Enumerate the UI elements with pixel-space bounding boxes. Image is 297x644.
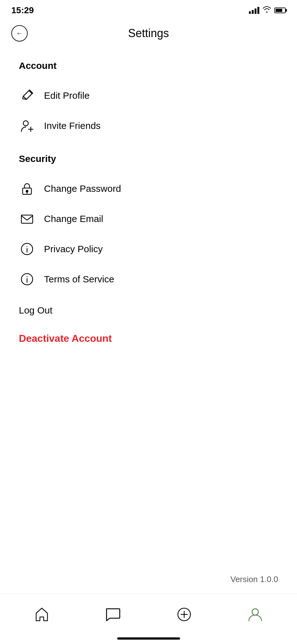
logout-item[interactable]: Log Out xyxy=(19,294,278,326)
account-section: Account Edit Profile Invite Friends xyxy=(19,60,278,141)
header: ← Settings xyxy=(0,19,297,48)
edit-profile-label: Edit Profile xyxy=(44,90,90,101)
page-title: Settings xyxy=(128,27,169,40)
user-plus-icon xyxy=(19,118,35,134)
terms-of-service-item[interactable]: Terms of Service xyxy=(19,264,278,294)
home-indicator xyxy=(117,637,180,640)
edit-profile-item[interactable]: Edit Profile xyxy=(19,80,278,111)
nav-add[interactable] xyxy=(172,602,197,627)
change-password-item[interactable]: Change Password xyxy=(19,174,278,204)
settings-content: Account Edit Profile Invite Friends xyxy=(0,48,297,360)
wifi-icon xyxy=(262,6,271,15)
battery-icon xyxy=(274,8,286,13)
bottom-nav xyxy=(0,594,297,644)
change-email-item[interactable]: Change Email xyxy=(19,204,278,234)
envelope-icon xyxy=(19,211,35,227)
svg-point-14 xyxy=(252,609,258,615)
nav-home[interactable] xyxy=(29,602,54,627)
status-bar: 15:29 xyxy=(0,0,297,19)
status-icons xyxy=(249,6,286,15)
svg-rect-4 xyxy=(21,215,33,223)
signal-icon xyxy=(249,7,259,14)
invite-friends-label: Invite Friends xyxy=(44,120,101,131)
deactivate-item[interactable]: Deactivate Account xyxy=(19,326,278,351)
svg-point-0 xyxy=(23,121,28,126)
nav-profile[interactable] xyxy=(243,602,268,627)
deactivate-label: Deactivate Account xyxy=(19,333,112,344)
version-text: Version 1.0.0 xyxy=(230,575,278,584)
svg-point-7 xyxy=(27,246,28,247)
terms-of-service-label: Terms of Service xyxy=(44,274,114,285)
privacy-policy-item[interactable]: Privacy Policy xyxy=(19,234,278,264)
info-circle-icon-terms xyxy=(19,271,35,287)
version-container: Version 1.0.0 xyxy=(230,575,278,584)
lock-icon xyxy=(19,180,35,197)
info-circle-icon-privacy xyxy=(19,241,35,257)
security-section: Security Change Password Change Email xyxy=(19,153,278,294)
pencil-icon xyxy=(19,87,35,104)
status-time: 15:29 xyxy=(11,5,34,15)
change-email-label: Change Email xyxy=(44,214,103,224)
change-password-label: Change Password xyxy=(44,183,121,194)
account-section-header: Account xyxy=(19,60,278,71)
privacy-policy-label: Privacy Policy xyxy=(44,244,103,254)
back-arrow-icon: ← xyxy=(16,30,23,37)
logout-label: Log Out xyxy=(19,305,52,315)
back-button[interactable]: ← xyxy=(11,25,28,42)
svg-point-10 xyxy=(27,276,28,277)
invite-friends-item[interactable]: Invite Friends xyxy=(19,111,278,141)
nav-messages[interactable] xyxy=(100,602,125,627)
security-section-header: Security xyxy=(19,153,278,164)
